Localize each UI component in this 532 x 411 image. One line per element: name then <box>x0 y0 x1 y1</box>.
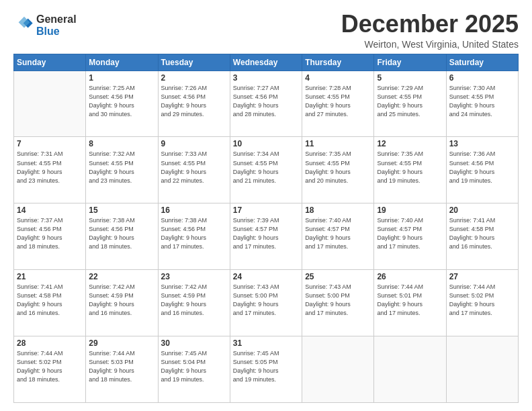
calendar-cell <box>374 336 446 403</box>
calendar-cell: 10Sunrise: 7:34 AMSunset: 4:55 PMDayligh… <box>230 137 302 203</box>
day-number: 19 <box>377 205 443 215</box>
day-number: 20 <box>449 205 515 215</box>
day-number: 27 <box>449 272 515 281</box>
day-number: 2 <box>161 73 227 83</box>
week-row-2: 7Sunrise: 7:31 AMSunset: 4:55 PMDaylight… <box>14 137 519 203</box>
calendar-cell: 5Sunrise: 7:29 AMSunset: 4:55 PMDaylight… <box>374 71 446 137</box>
header-tuesday: Tuesday <box>158 54 230 71</box>
day-number: 31 <box>233 338 299 348</box>
day-info: Sunrise: 7:44 AMSunset: 5:01 PMDaylight:… <box>377 283 443 318</box>
day-number: 1 <box>89 73 154 83</box>
day-info: Sunrise: 7:45 AMSunset: 5:04 PMDaylight:… <box>161 349 227 384</box>
day-number: 4 <box>305 73 371 83</box>
calendar-cell: 22Sunrise: 7:42 AMSunset: 4:59 PMDayligh… <box>86 270 158 336</box>
calendar-cell: 7Sunrise: 7:31 AMSunset: 4:55 PMDaylight… <box>14 137 86 203</box>
header: General Blue December 2025 Weirton, West… <box>13 11 519 50</box>
day-info: Sunrise: 7:44 AMSunset: 5:02 PMDaylight:… <box>449 283 515 318</box>
day-info: Sunrise: 7:30 AMSunset: 4:55 PMDaylight:… <box>449 84 515 119</box>
day-info: Sunrise: 7:36 AMSunset: 4:56 PMDaylight:… <box>449 150 515 185</box>
calendar: Sunday Monday Tuesday Wednesday Thursday… <box>13 54 519 403</box>
calendar-cell: 17Sunrise: 7:39 AMSunset: 4:57 PMDayligh… <box>230 203 302 270</box>
week-row-3: 14Sunrise: 7:37 AMSunset: 4:56 PMDayligh… <box>14 203 519 270</box>
day-number: 8 <box>89 139 154 148</box>
header-saturday: Saturday <box>446 54 518 71</box>
day-number: 26 <box>377 272 443 281</box>
day-info: Sunrise: 7:45 AMSunset: 5:05 PMDaylight:… <box>233 349 299 384</box>
day-info: Sunrise: 7:43 AMSunset: 5:00 PMDaylight:… <box>233 283 299 318</box>
calendar-cell: 26Sunrise: 7:44 AMSunset: 5:01 PMDayligh… <box>374 270 446 336</box>
day-number: 24 <box>233 272 299 281</box>
calendar-cell: 15Sunrise: 7:38 AMSunset: 4:56 PMDayligh… <box>86 203 158 270</box>
week-row-1: 1Sunrise: 7:25 AMSunset: 4:56 PMDaylight… <box>14 71 519 137</box>
day-number: 25 <box>305 272 371 281</box>
calendar-cell: 23Sunrise: 7:42 AMSunset: 4:59 PMDayligh… <box>158 270 230 336</box>
day-info: Sunrise: 7:38 AMSunset: 4:56 PMDaylight:… <box>161 216 227 251</box>
calendar-cell <box>14 71 86 137</box>
day-number: 12 <box>377 139 443 148</box>
day-info: Sunrise: 7:44 AMSunset: 5:02 PMDaylight:… <box>17 349 83 384</box>
page: General Blue December 2025 Weirton, West… <box>0 0 532 411</box>
day-info: Sunrise: 7:44 AMSunset: 5:03 PMDaylight:… <box>89 349 154 384</box>
day-number: 10 <box>233 139 299 148</box>
day-number: 7 <box>17 139 83 148</box>
day-info: Sunrise: 7:40 AMSunset: 4:57 PMDaylight:… <box>377 216 443 251</box>
week-row-5: 28Sunrise: 7:44 AMSunset: 5:02 PMDayligh… <box>14 336 519 403</box>
day-number: 23 <box>161 272 227 281</box>
day-info: Sunrise: 7:42 AMSunset: 4:59 PMDaylight:… <box>161 283 227 318</box>
day-number: 9 <box>161 139 227 148</box>
day-number: 29 <box>89 338 154 348</box>
calendar-cell: 31Sunrise: 7:45 AMSunset: 5:05 PMDayligh… <box>230 336 302 403</box>
day-number: 17 <box>233 205 299 215</box>
day-info: Sunrise: 7:35 AMSunset: 4:55 PMDaylight:… <box>305 150 371 185</box>
day-info: Sunrise: 7:42 AMSunset: 4:59 PMDaylight:… <box>89 283 154 318</box>
calendar-cell: 12Sunrise: 7:35 AMSunset: 4:55 PMDayligh… <box>374 137 446 203</box>
day-info: Sunrise: 7:35 AMSunset: 4:55 PMDaylight:… <box>377 150 443 185</box>
day-info: Sunrise: 7:25 AMSunset: 4:56 PMDaylight:… <box>89 84 154 119</box>
day-info: Sunrise: 7:39 AMSunset: 4:57 PMDaylight:… <box>233 216 299 251</box>
week-row-4: 21Sunrise: 7:41 AMSunset: 4:58 PMDayligh… <box>14 270 519 336</box>
header-monday: Monday <box>86 54 158 71</box>
day-number: 15 <box>89 205 154 215</box>
calendar-cell: 30Sunrise: 7:45 AMSunset: 5:04 PMDayligh… <box>158 336 230 403</box>
day-info: Sunrise: 7:41 AMSunset: 4:58 PMDaylight:… <box>449 216 515 251</box>
calendar-cell <box>446 336 518 403</box>
calendar-cell: 16Sunrise: 7:38 AMSunset: 4:56 PMDayligh… <box>158 203 230 270</box>
logo-icon <box>15 15 34 34</box>
calendar-cell: 19Sunrise: 7:40 AMSunset: 4:57 PMDayligh… <box>374 203 446 270</box>
day-info: Sunrise: 7:41 AMSunset: 4:58 PMDaylight:… <box>17 283 83 318</box>
day-number: 3 <box>233 73 299 83</box>
calendar-cell: 2Sunrise: 7:26 AMSunset: 4:56 PMDaylight… <box>158 71 230 137</box>
calendar-cell: 24Sunrise: 7:43 AMSunset: 5:00 PMDayligh… <box>230 270 302 336</box>
calendar-cell: 6Sunrise: 7:30 AMSunset: 4:55 PMDaylight… <box>446 71 518 137</box>
calendar-cell: 13Sunrise: 7:36 AMSunset: 4:56 PMDayligh… <box>446 137 518 203</box>
calendar-cell: 1Sunrise: 7:25 AMSunset: 4:56 PMDaylight… <box>86 71 158 137</box>
day-number: 14 <box>17 205 83 215</box>
calendar-cell: 25Sunrise: 7:43 AMSunset: 5:00 PMDayligh… <box>302 270 374 336</box>
header-thursday: Thursday <box>302 54 374 71</box>
day-number: 16 <box>161 205 227 215</box>
calendar-cell: 21Sunrise: 7:41 AMSunset: 4:58 PMDayligh… <box>14 270 86 336</box>
weekday-header-row: Sunday Monday Tuesday Wednesday Thursday… <box>14 54 519 71</box>
day-info: Sunrise: 7:27 AMSunset: 4:56 PMDaylight:… <box>233 84 299 119</box>
day-info: Sunrise: 7:38 AMSunset: 4:56 PMDaylight:… <box>89 216 154 251</box>
day-info: Sunrise: 7:26 AMSunset: 4:56 PMDaylight:… <box>161 84 227 119</box>
calendar-cell: 20Sunrise: 7:41 AMSunset: 4:58 PMDayligh… <box>446 203 518 270</box>
logo-line1: General <box>36 13 77 26</box>
day-info: Sunrise: 7:28 AMSunset: 4:55 PMDaylight:… <box>305 84 371 119</box>
day-number: 5 <box>377 73 443 83</box>
day-number: 28 <box>17 338 83 348</box>
day-number: 13 <box>449 139 515 148</box>
day-info: Sunrise: 7:40 AMSunset: 4:57 PMDaylight:… <box>305 216 371 251</box>
calendar-cell: 14Sunrise: 7:37 AMSunset: 4:56 PMDayligh… <box>14 203 86 270</box>
calendar-cell: 9Sunrise: 7:33 AMSunset: 4:55 PMDaylight… <box>158 137 230 203</box>
header-wednesday: Wednesday <box>230 54 302 71</box>
logo: General Blue <box>13 13 77 37</box>
calendar-cell: 27Sunrise: 7:44 AMSunset: 5:02 PMDayligh… <box>446 270 518 336</box>
day-info: Sunrise: 7:33 AMSunset: 4:55 PMDaylight:… <box>161 150 227 185</box>
calendar-cell: 18Sunrise: 7:40 AMSunset: 4:57 PMDayligh… <box>302 203 374 270</box>
logo-line2: Blue <box>36 26 77 38</box>
calendar-cell: 4Sunrise: 7:28 AMSunset: 4:55 PMDaylight… <box>302 71 374 137</box>
day-info: Sunrise: 7:37 AMSunset: 4:56 PMDaylight:… <box>17 216 83 251</box>
day-number: 18 <box>305 205 371 215</box>
location: Weirton, West Virginia, United States <box>341 39 519 50</box>
